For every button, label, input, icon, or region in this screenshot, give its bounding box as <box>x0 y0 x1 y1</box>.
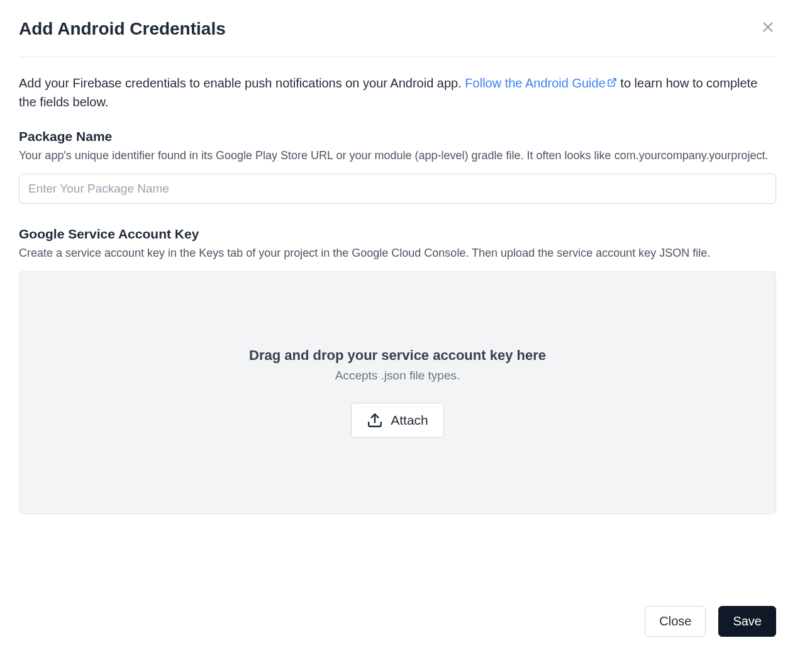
external-link-icon <box>607 74 617 92</box>
intro-text: Add your Firebase credentials to enable … <box>19 74 776 111</box>
attach-button[interactable]: Attach <box>351 403 444 438</box>
service-account-label: Google Service Account Key <box>19 227 776 242</box>
dialog-header: Add Android Credentials <box>19 19 776 57</box>
add-android-credentials-dialog: Add Android Credentials Add your Firebas… <box>0 0 795 672</box>
package-name-field: Package Name Your app's unique identifie… <box>19 129 776 204</box>
package-name-label: Package Name <box>19 129 776 144</box>
close-footer-button[interactable]: Close <box>645 606 706 637</box>
android-guide-link-text: Follow the Android Guide <box>465 76 605 90</box>
package-name-description: Your app's unique identifier found in it… <box>19 148 776 164</box>
service-account-dropzone[interactable]: Drag and drop your service account key h… <box>19 271 776 514</box>
package-name-input[interactable] <box>19 174 776 204</box>
dialog-footer: Close Save <box>645 606 776 637</box>
svg-line-2 <box>611 79 615 83</box>
upload-icon <box>367 412 383 428</box>
service-account-field: Google Service Account Key Create a serv… <box>19 227 776 514</box>
close-button[interactable] <box>760 19 776 35</box>
service-account-description: Create a service account key in the Keys… <box>19 245 776 261</box>
attach-button-label: Attach <box>391 413 428 428</box>
dialog-title: Add Android Credentials <box>19 19 226 39</box>
dropzone-title: Drag and drop your service account key h… <box>249 347 546 364</box>
intro-prefix: Add your Firebase credentials to enable … <box>19 76 465 90</box>
close-icon <box>761 20 775 34</box>
save-button[interactable]: Save <box>718 606 776 637</box>
dropzone-subtitle: Accepts .json file types. <box>335 369 460 383</box>
android-guide-link[interactable]: Follow the Android Guide <box>465 76 616 90</box>
